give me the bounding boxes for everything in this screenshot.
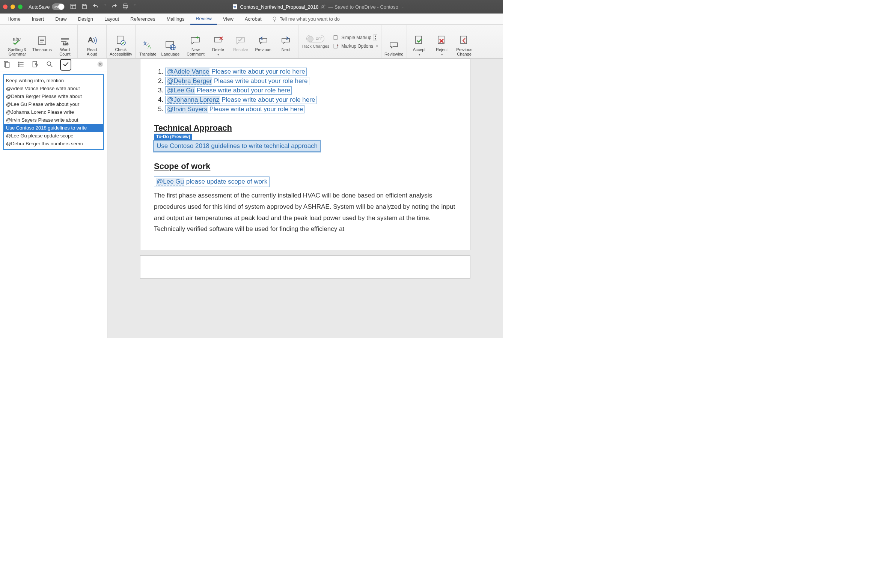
task-item[interactable]: @Irvin Sayers Please write about [4,116,103,124]
reject-button[interactable]: Reject▾ [432,35,451,57]
mention-link[interactable]: @Debra Berger [167,77,212,85]
tab-insert[interactable]: Insert [27,14,50,24]
todo-technical-approach[interactable]: Use Contoso 2018 guidelines to write tec… [154,140,320,152]
simple-markup-dropdown[interactable]: Simple Markup▴▾ [333,34,378,41]
task-item[interactable]: @Adele Vance Please write about [4,84,103,92]
tell-me-placeholder: Tell me what you want to do [280,16,340,22]
autosave-toggle[interactable]: AutoSave ON [29,3,65,10]
document-page-2 [140,255,470,279]
sp-tab-tasks-icon[interactable] [60,59,71,71]
task-item[interactable]: @Lee Gu Please write about your [4,100,103,108]
tab-view[interactable]: View [218,14,239,24]
task-item[interactable]: Keep writing intro, mention [4,77,103,84]
svg-text:A: A [148,44,151,50]
word-doc-icon: W [232,4,238,10]
task-item[interactable]: @Johanna Lorenz Please write [4,108,103,116]
task-item[interactable]: @Lee Gu please update scope [4,132,103,140]
main-area: Keep writing intro, mention@Adele Vance … [0,59,503,338]
document-title: Contoso_Northwind_Proposal_2018 [240,4,319,10]
group-speech: ARead Aloud [78,25,107,58]
task-item[interactable]: @Debra Berger Please write about [4,92,103,100]
mention-text: Please write about your role here [208,106,303,113]
markup-options-dropdown[interactable]: Markup Options▾ [333,43,378,49]
svg-point-52 [47,62,51,65]
reviewing-pane-button[interactable]: Reviewing [384,39,404,57]
tab-mailings[interactable]: Mailings [161,14,190,24]
delete-comment-button[interactable]: Delete▾ [209,35,228,57]
zoom-window-button[interactable] [18,5,23,9]
body-paragraph: The first phase assessment of the curren… [154,190,457,235]
title-center: W Contoso_Northwind_Proposal_2018 — Save… [136,4,500,10]
mention-link[interactable]: @Adele Vance [167,68,209,75]
spelling-grammar-button[interactable]: abcSpelling & Grammar [6,35,29,57]
word-count-button[interactable]: 123Word Count [56,35,74,57]
tab-review[interactable]: Review [190,14,217,25]
group-language: 文ATranslate Language [136,25,183,58]
mention-link[interactable]: @Irvin Sayers [167,106,208,113]
language-button[interactable]: Language [161,39,180,57]
tab-references[interactable]: References [125,14,160,24]
qat-undo-icon[interactable] [92,3,99,11]
read-aloud-button[interactable]: ARead Aloud [81,35,103,57]
translate-button[interactable]: 文ATranslate [139,39,157,57]
previous-comment-button[interactable]: Previous [254,35,273,52]
task-item[interactable]: Use Contoso 2018 guidelines to write [4,124,103,132]
tab-layout[interactable]: Layout [99,14,124,24]
tab-acrobat[interactable]: Acrobat [240,14,267,24]
mention-list-item: @Lee Gu Please write about your role her… [165,86,457,95]
group-reviewing: Reviewing [381,25,407,58]
tab-design[interactable]: Design [73,14,98,24]
mention-list-item: @Debra Berger Please write about your ro… [165,77,457,85]
track-changes-toggle[interactable]: OFF [306,35,324,42]
mention-list-item: @Irvin Sayers Please write about your ro… [165,105,457,113]
qat-save-icon[interactable] [81,3,88,11]
resolve-comment-button: Resolve [231,35,250,52]
sp-tab-outline-icon[interactable] [17,60,25,69]
qat-template-icon[interactable] [70,3,77,11]
new-comment-button[interactable]: New Comment [186,35,205,57]
minimize-window-button[interactable] [11,5,15,9]
qat-undo-dropdown[interactable]: ▾ [104,3,106,11]
mention-link[interactable]: @Johanna Lorenz [167,96,220,104]
thesaurus-button[interactable]: Thesaurus [32,35,52,52]
side-panel-close-icon[interactable] [96,60,104,69]
tell-me-search[interactable]: Tell me what you want to do [271,16,340,22]
heading-scope-of-work: Scope of work [154,161,457,171]
tab-draw[interactable]: Draw [50,14,72,24]
check-accessibility-button[interactable]: Check Accessibility [110,35,132,57]
autosave-label: AutoSave [29,4,50,10]
todo-scope-of-work[interactable]: @Lee Gu please update scope of work [154,176,270,187]
track-changes-label: Track Changes [301,44,329,48]
group-tracking: OFF Track Changes Simple Markup▴▾ Markup… [298,25,381,58]
document-page-1: @Adele Vance Please write about your rol… [140,59,470,250]
accept-button[interactable]: Accept▾ [410,35,429,57]
svg-rect-3 [83,4,86,6]
task-list: Keep writing intro, mention@Adele Vance … [3,74,104,150]
task-item[interactable]: @Debra Berger this numbers seem [4,140,103,148]
sp-tab-edit-icon[interactable] [32,60,39,69]
share-icon[interactable] [321,4,326,9]
tab-home[interactable]: Home [2,14,26,24]
qat-print-icon[interactable] [122,3,129,11]
document-viewport[interactable]: @Adele Vance Please write about your rol… [107,59,503,338]
heading-technical-approach: Technical Approach [154,123,457,133]
svg-point-45 [18,62,20,63]
mention-lee-gu[interactable]: @Lee Gu [156,178,184,185]
side-panel-tabs [0,59,107,71]
mention-link[interactable]: @Lee Gu [167,87,195,94]
title-dropdown[interactable]: ⌄ [401,5,404,9]
svg-line-53 [51,65,53,67]
sp-tab-pages-icon[interactable] [3,60,11,69]
svg-text:W: W [234,6,236,8]
close-window-button[interactable] [3,5,8,9]
svg-rect-51 [33,62,36,67]
titlebar: AutoSave ON ▾ ▾ W Contoso_Northwind_Prop… [0,0,503,14]
autosave-switch[interactable]: ON [52,3,65,10]
sp-tab-search-icon[interactable] [46,60,53,69]
qat-redo-icon[interactable] [111,3,118,11]
svg-point-47 [18,64,20,65]
next-comment-button[interactable]: Next [276,35,295,52]
ribbon-tabs: Home Insert Draw Design Layout Reference… [0,14,503,25]
svg-text:A: A [88,36,93,44]
previous-change-button[interactable]: Previous Change [455,35,474,57]
